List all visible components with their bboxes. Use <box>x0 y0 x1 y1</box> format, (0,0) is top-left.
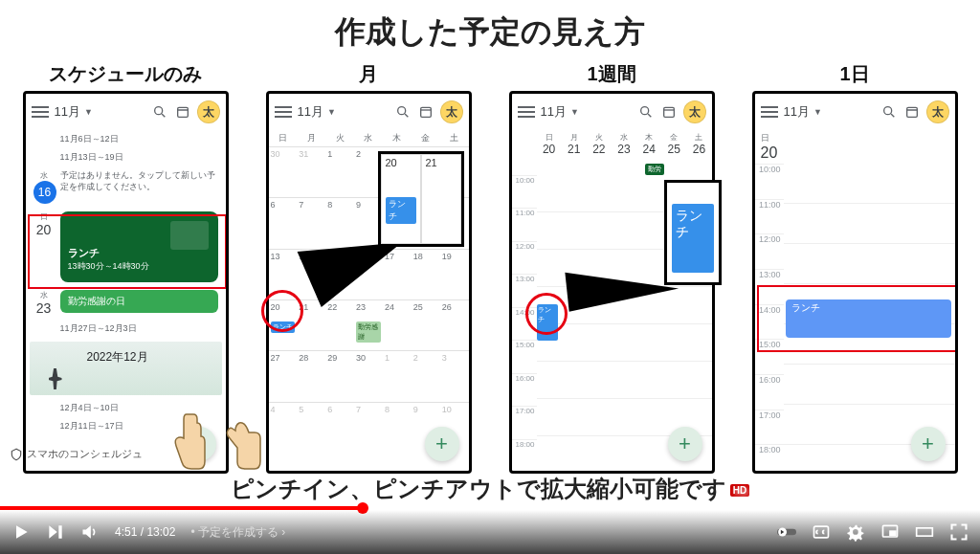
today-icon[interactable] <box>417 103 434 121</box>
schedule-body: 11月6日～12日 11月13日～19日 水 16 予定はありません。タップして… <box>26 130 226 435</box>
theater-button[interactable] <box>915 522 934 542</box>
zoom-callout: ランチ <box>664 180 722 285</box>
month-cell[interactable]: 5 <box>297 402 325 453</box>
month-cell[interactable]: 7 <box>354 402 383 453</box>
fullscreen-button[interactable] <box>949 522 969 542</box>
holiday-badge: 勤労 <box>645 164 664 175</box>
autoplay-toggle[interactable] <box>777 522 796 542</box>
search-icon[interactable] <box>151 103 168 121</box>
month-label[interactable]: 11月 <box>55 103 80 121</box>
month-label[interactable]: 11月 <box>298 103 323 121</box>
menu-icon[interactable] <box>761 106 778 118</box>
today-icon[interactable] <box>174 103 191 121</box>
today-icon[interactable] <box>660 103 678 121</box>
schedule-row[interactable]: 水 16 予定はありません。タップして新しい予定を作成してください。 <box>30 166 222 208</box>
month-cell[interactable]: 26 <box>440 299 469 350</box>
empty-message: 予定はありません。タップして新しい予定を作成してください。 <box>60 170 218 192</box>
month-cell[interactable]: 25 <box>412 299 440 350</box>
month-cell[interactable]: 22 <box>325 299 354 350</box>
month-cell[interactable]: 30 <box>354 350 383 401</box>
week-event[interactable]: ランチ <box>537 304 558 341</box>
event-time: 13時30分～14時30分 <box>68 260 211 273</box>
month-cell[interactable]: 31 <box>297 146 325 197</box>
svg-line-9 <box>648 114 651 117</box>
month-cell[interactable]: 3 <box>440 350 469 401</box>
avatar[interactable]: 太 <box>926 100 949 123</box>
day-date: 日 20 <box>755 130 955 164</box>
schedule-row-holiday[interactable]: 水 23 勤労感謝の日 <box>30 286 222 320</box>
hand-icon <box>218 410 266 480</box>
month-cell[interactable]: 13 <box>269 249 298 299</box>
fab-add[interactable]: + <box>911 427 946 461</box>
month-cell[interactable]: 23勤労感謝 <box>354 299 383 350</box>
month-cell[interactable]: 29 <box>325 350 354 401</box>
search-icon[interactable] <box>637 103 655 121</box>
zoom-callout: 20 ランチ 21 <box>378 151 464 247</box>
svg-rect-10 <box>663 107 674 117</box>
month-cell[interactable]: 30 <box>269 146 298 197</box>
month-cell[interactable]: 4 <box>269 402 298 453</box>
avatar[interactable]: 太 <box>683 100 706 123</box>
month-cell[interactable]: 20ランチ <box>269 299 298 350</box>
month-cell[interactable]: 28 <box>297 350 325 401</box>
phone-header: 11月 ▼ 太 <box>512 94 712 130</box>
month-cell[interactable]: 24 <box>383 299 412 350</box>
search-icon[interactable] <box>394 103 412 121</box>
volume-icon[interactable] <box>80 522 100 542</box>
month-label[interactable]: 11月 <box>784 103 810 121</box>
settings-icon[interactable] <box>846 522 865 542</box>
avatar[interactable]: 太 <box>197 100 220 123</box>
month-cell[interactable]: 19 <box>440 249 469 299</box>
captions-button[interactable] <box>812 522 831 542</box>
chapter-label[interactable]: • 予定を作成する › <box>190 524 285 541</box>
month-cell[interactable]: 1 <box>383 350 412 401</box>
hd-badge: HD <box>730 484 749 497</box>
fab-add[interactable]: + <box>425 427 459 461</box>
holiday-chip[interactable]: 勤労感謝の日 <box>60 290 218 313</box>
fab-add[interactable]: + <box>668 427 702 461</box>
schedule-row-event[interactable]: 日 20 ランチ 13時30分～14時30分 <box>30 208 222 286</box>
menu-icon[interactable] <box>32 106 49 118</box>
panel-label-day: 1日 <box>839 61 869 87</box>
panel-label-week: 1週間 <box>587 61 635 87</box>
month-cell[interactable]: 1 <box>325 146 354 197</box>
play-button[interactable] <box>11 522 31 542</box>
callout-event: ランチ <box>672 204 714 273</box>
phone-month: 11月 ▼ 太 日月火水木金土 3031123文化の日4567891011121… <box>266 91 472 474</box>
day-event[interactable]: ランチ <box>786 299 951 338</box>
month-cell[interactable]: 27 <box>269 350 298 401</box>
month-cell[interactable]: 18 <box>412 249 440 299</box>
month-cell[interactable]: 8 <box>383 402 412 453</box>
phone-week: 11月 ▼ 太 日月火水木金土 20212223242526 勤労 10:001… <box>509 91 715 474</box>
menu-icon[interactable] <box>275 106 292 118</box>
week-dow-row: 日月火水木金土 <box>512 130 712 143</box>
miniplayer-button[interactable] <box>880 522 900 542</box>
svg-rect-6 <box>420 107 431 117</box>
month-cell[interactable]: 2 <box>412 350 440 401</box>
month-cell[interactable]: 6 <box>325 402 354 453</box>
next-button[interactable] <box>46 522 65 542</box>
date-range: 11月6日～12日 <box>30 130 222 148</box>
chevron-down-icon: ▼ <box>84 107 93 117</box>
chevron-down-icon: ▼ <box>570 107 579 117</box>
month-cell[interactable]: 8 <box>325 197 354 248</box>
today-icon[interactable] <box>903 103 921 121</box>
svg-line-5 <box>405 114 408 117</box>
phone-day: 11月 ▼ 太 日 20 10:0011:0012:0013:0014:0015… <box>752 91 958 474</box>
date-badge: 水 16 <box>33 170 55 204</box>
month-label[interactable]: 11月 <box>541 103 567 121</box>
caption: ピンチイン、ピンチアウトで拡大縮小可能ですHD <box>0 474 980 504</box>
date-badge: 水 23 <box>33 290 55 316</box>
callout-arrow-icon <box>297 242 407 308</box>
menu-icon[interactable] <box>518 106 535 118</box>
event-card[interactable]: ランチ 13時30分～14時30分 <box>60 211 218 282</box>
month-cell[interactable]: 7 <box>297 197 325 248</box>
month-cell[interactable]: 6 <box>269 197 298 248</box>
svg-point-12 <box>883 107 891 115</box>
callout-cell: 21 <box>421 154 461 244</box>
avatar[interactable]: 太 <box>440 100 463 123</box>
panel-month: 月 11月 ▼ 太 日月火水木金土 3031123文化の日45678910111… <box>251 61 486 474</box>
search-icon[interactable] <box>880 103 898 121</box>
time-display: 4:51 / 13:02 <box>115 525 175 539</box>
phone-header: 11月 ▼ 太 <box>755 94 955 130</box>
